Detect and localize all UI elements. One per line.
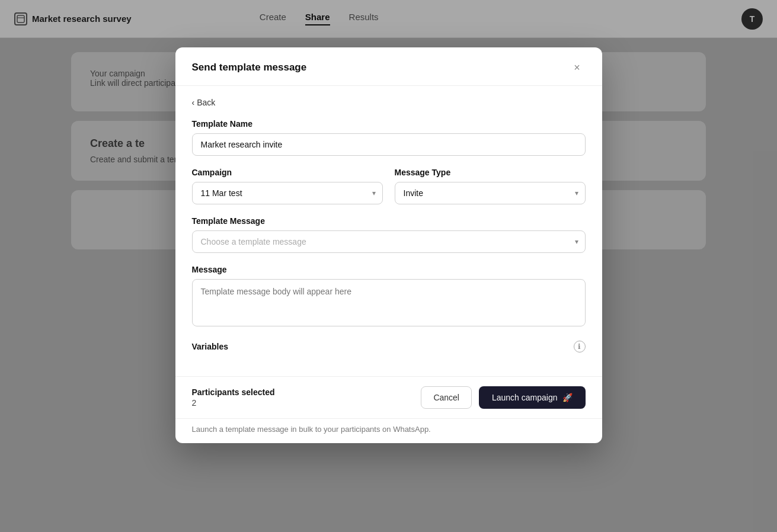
send-template-modal: Send template message × ‹ Back Template …	[175, 47, 602, 443]
back-chevron-icon: ‹	[192, 98, 195, 107]
launch-rocket-icon: 🚀	[562, 393, 573, 402]
variables-label: Variables	[192, 342, 229, 351]
variables-row: Variables ℹ	[192, 341, 586, 352]
cancel-button[interactable]: Cancel	[421, 386, 472, 409]
participants-info: Participants selected 2	[192, 387, 275, 408]
back-link[interactable]: ‹ Back	[192, 98, 586, 107]
variables-info-icon[interactable]: ℹ	[574, 341, 586, 352]
message-label: Message	[192, 265, 586, 274]
message-type-select[interactable]: Invite Reminder Follow-up	[395, 182, 586, 204]
template-name-input[interactable]	[192, 133, 586, 156]
template-name-group: Template Name	[192, 119, 586, 156]
campaign-messagetype-row: Campaign 11 Mar test Other campaign ▾ Me…	[192, 168, 586, 204]
message-type-col: Message Type Invite Reminder Follow-up ▾	[395, 168, 586, 204]
template-message-label: Template Message	[192, 216, 586, 226]
modal-body: ‹ Back Template Name Campaign 11 Mar tes…	[175, 86, 602, 376]
modal-title: Send template message	[192, 62, 307, 73]
template-name-label: Template Name	[192, 119, 586, 129]
campaign-col: Campaign 11 Mar test Other campaign ▾	[192, 168, 383, 204]
close-button[interactable]: ×	[569, 59, 586, 76]
campaign-select-wrapper: 11 Mar test Other campaign ▾	[192, 182, 383, 204]
message-type-select-wrapper: Invite Reminder Follow-up ▾	[395, 182, 586, 204]
template-message-group: Template Message Choose a template messa…	[192, 216, 586, 253]
template-message-select[interactable]: Choose a template message	[192, 230, 586, 253]
template-message-select-wrapper: Choose a template message ▾	[192, 230, 586, 253]
message-type-label: Message Type	[395, 168, 586, 177]
participants-count: 2	[192, 398, 275, 408]
participants-label: Participants selected	[192, 387, 275, 397]
modal-footer: Participants selected 2 Cancel Launch ca…	[175, 376, 602, 418]
footer-buttons: Cancel Launch campaign 🚀	[421, 386, 585, 409]
message-group: Message	[192, 265, 586, 329]
campaign-select[interactable]: 11 Mar test Other campaign	[192, 182, 383, 204]
launch-label: Launch campaign	[492, 393, 558, 402]
launch-campaign-button[interactable]: Launch campaign 🚀	[479, 386, 586, 409]
back-label: Back	[197, 98, 215, 107]
modal-header: Send template message ×	[175, 47, 602, 86]
campaign-label: Campaign	[192, 168, 383, 177]
message-textarea[interactable]	[192, 279, 586, 326]
modal-bottom-description: Launch a template message in bulk to you…	[175, 418, 602, 443]
